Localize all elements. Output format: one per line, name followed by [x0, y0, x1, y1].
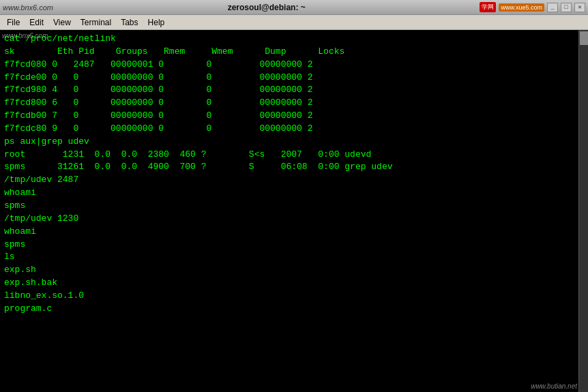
titlebar: www.bnx6.com zerosoul@debian: ~ 学网 www.x…: [0, 0, 588, 15]
menu-view[interactable]: View: [49, 16, 75, 29]
close-button[interactable]: ✕: [574, 3, 585, 12]
menu-file[interactable]: File: [3, 16, 24, 29]
scrollbar-thumb[interactable]: [580, 31, 588, 45]
menu-tabs[interactable]: Tabs: [117, 16, 142, 29]
menu-help[interactable]: Help: [144, 16, 169, 29]
minimize-button[interactable]: _: [547, 3, 558, 12]
titlebar-right: 学网 www.xue5.com _ □ ✕: [480, 2, 585, 12]
menu-edit[interactable]: Edit: [25, 16, 48, 29]
menu-terminal[interactable]: Terminal: [76, 16, 115, 29]
watermark-bottom-right: www.butian.net: [531, 382, 577, 390]
badge-url: www.xue5.com: [499, 3, 544, 12]
terminal-area[interactable]: cat /proc/net/netlink sk Eth Pid Groups …: [0, 30, 588, 392]
maximize-button[interactable]: □: [561, 3, 572, 12]
titlebar-title: zerosoul@debian: ~: [228, 3, 306, 12]
watermark-top-left: www.bnx6.com: [2, 32, 48, 40]
titlebar-url-left: www.bnx6.com: [3, 3, 53, 12]
menubar: File Edit View Terminal Tabs Help: [0, 15, 588, 30]
badge-xue: 学网: [480, 2, 496, 12]
terminal-content: cat /proc/net/netlink sk Eth Pid Groups …: [4, 33, 584, 316]
scrollbar[interactable]: [578, 30, 588, 392]
titlebar-left: www.bnx6.com: [3, 3, 53, 12]
